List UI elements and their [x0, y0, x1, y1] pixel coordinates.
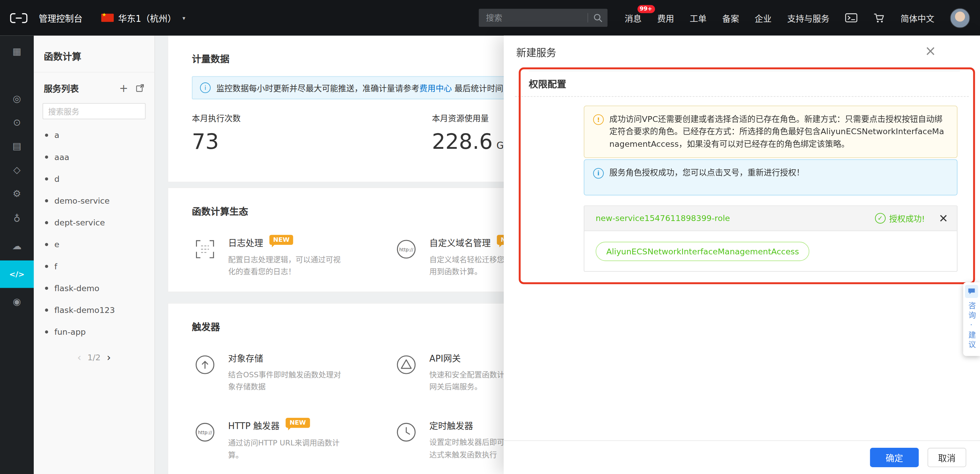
chat-bubble-icon: [965, 285, 978, 298]
console-page: 管理控制台 华东1（杭州） ▾ 消息 99+ 费用 工单 备案 企业 支持与服务: [0, 0, 980, 474]
bullet-icon: [45, 287, 48, 290]
topbar: 管理控制台 华东1（杭州） ▾ 消息 99+ 费用 工单 备案 企业 支持与服务: [0, 0, 980, 36]
http-circle-icon: http://: [192, 419, 218, 445]
next-page-icon[interactable]: ›: [107, 352, 111, 364]
nav-billing[interactable]: 费用: [657, 11, 675, 24]
chevron-down-icon: ▾: [182, 15, 185, 21]
search-product-icon[interactable]: ⊙: [0, 115, 34, 130]
globe-icon[interactable]: ◉: [0, 294, 34, 309]
feedback-label: 咨询·建议: [966, 302, 977, 350]
apps-grid-icon[interactable]: ▦: [0, 44, 34, 59]
warning-icon: !: [593, 114, 604, 125]
info-icon: i: [593, 168, 604, 178]
drawer-title: 新建服务: [516, 44, 556, 59]
svg-text:http://: http://: [198, 430, 212, 436]
prev-page-icon[interactable]: ‹: [77, 352, 81, 364]
bullet-icon: [45, 330, 48, 333]
collapse-panel-icon[interactable]: [135, 84, 145, 93]
region-selector[interactable]: 华东1（杭州） ▾: [101, 11, 185, 24]
permission-section-title: 权限配置: [529, 77, 566, 90]
global-search: [479, 9, 607, 27]
bullet-icon: [45, 265, 48, 268]
service-role-box: new-service1547611898399-role ✓ 授权成功! ✕ …: [584, 205, 958, 271]
service-list-item[interactable]: flask-demo123: [34, 299, 154, 321]
cloud-icon[interactable]: ☁: [0, 239, 34, 254]
http-circle-icon: http://: [393, 236, 420, 262]
service-list-item[interactable]: e: [34, 234, 154, 255]
service-list-item[interactable]: aaa: [34, 146, 154, 168]
message-count-badge: 99+: [637, 5, 655, 13]
role-header: new-service1547611898399-role ✓ 授权成功! ✕: [584, 206, 957, 231]
bullet-icon: [45, 221, 48, 224]
service-list-item[interactable]: f: [34, 255, 154, 277]
service-list-item[interactable]: flask-demo: [34, 277, 154, 299]
voice-icon[interactable]: ♁: [0, 211, 34, 226]
nav-tickets[interactable]: 工单: [690, 11, 707, 24]
confirm-button[interactable]: 确定: [870, 448, 919, 467]
service-list-item[interactable]: a: [34, 124, 154, 146]
function-compute-icon[interactable]: </>: [0, 260, 34, 288]
service-list-label: 服务列表: [44, 82, 119, 94]
region-label: 华东1（杭州）: [118, 11, 176, 24]
cancel-button[interactable]: 取消: [928, 448, 966, 467]
feature-log-processing[interactable]: 日志处理NEW 配置日志处理逻辑，可以通过可视 化的查看您的日志！: [192, 236, 393, 278]
cart-icon[interactable]: [873, 12, 885, 24]
authorization-success-info: i 服务角色授权成功，您可以点击叉号，重新进行授权！: [584, 159, 958, 195]
trigger-oss[interactable]: 对象存储 结合OSS事件即时触发函数处理对 象存储数据: [192, 352, 393, 393]
language-switcher[interactable]: 简体中文: [900, 11, 934, 24]
topbar-nav: 消息 99+ 费用 工单 备案 企业 支持与服务 简体中文: [625, 8, 970, 28]
remove-role-icon[interactable]: ✕: [939, 213, 948, 224]
service-sidebar: 函数计算 服务列表 + a aaa d demo-service dept-se…: [34, 36, 155, 474]
search-icon[interactable]: [593, 13, 603, 23]
role-name-link[interactable]: new-service1547611898399-role: [596, 214, 875, 223]
close-icon[interactable]: ×: [925, 44, 936, 58]
service-list: a aaa d demo-service dept-service e f fl…: [34, 124, 154, 343]
role-body: AliyunECSNetworkInterfaceManagementAcces…: [584, 231, 957, 261]
authorization-status: ✓ 授权成功!: [875, 212, 925, 224]
service-list-item[interactable]: fun-app: [34, 321, 154, 343]
avatar[interactable]: [950, 8, 970, 28]
add-service-icon[interactable]: +: [119, 83, 128, 93]
drawer-header: 新建服务: [504, 36, 980, 68]
global-search-input[interactable]: [485, 13, 582, 23]
divider: [529, 70, 960, 71]
service-search: [34, 100, 154, 124]
bullet-icon: [45, 178, 48, 181]
log-brackets-icon: [192, 236, 218, 262]
feedback-widget[interactable]: 咨询·建议: [963, 282, 980, 356]
dashed-divider: [515, 96, 969, 97]
console-home-link[interactable]: 管理控制台: [39, 11, 83, 24]
bullet-icon: [45, 243, 48, 246]
security-icon[interactable]: ◇: [0, 162, 34, 178]
nav-icp-filing[interactable]: 备案: [722, 11, 739, 24]
info-icon: i: [200, 82, 211, 93]
pagination: ‹ 1/2 ›: [34, 352, 154, 364]
service-list-item[interactable]: demo-service: [34, 190, 154, 212]
service-list-item[interactable]: dept-service: [34, 212, 154, 234]
policy-tag: AliyunECSNetworkInterfaceManagementAcces…: [596, 242, 810, 261]
drawer-footer: 确定 取消: [504, 440, 980, 474]
monitor-icon[interactable]: ◎: [0, 91, 34, 106]
billing-center-link[interactable]: 费用中心: [420, 84, 452, 93]
china-flag-icon: [101, 14, 114, 22]
trigger-http[interactable]: http:// HTTP 触发器NEW 通过访问HTTP URL来调用函数计 算…: [192, 419, 393, 461]
nav-messages[interactable]: 消息 99+: [625, 11, 642, 24]
cloudshell-icon[interactable]: [845, 13, 858, 23]
check-circle-icon: ✓: [875, 213, 885, 224]
service-search-input[interactable]: [43, 103, 146, 119]
new-service-drawer: 新建服务 × 权限配置 ! 成功访问VPC还需要创建或者选择合适的已存在角色。新…: [504, 36, 980, 474]
service-list-item[interactable]: d: [34, 168, 154, 190]
aliyun-logo-icon[interactable]: [10, 12, 27, 24]
stat-invocations: 本月执行次数 73: [192, 112, 432, 154]
vpc-role-warning: ! 成功访问VPC还需要创建或者选择合适的已存在角色。新建方式：只需要点击授权按…: [584, 106, 958, 159]
bullet-icon: [45, 134, 48, 137]
settings-icon[interactable]: ⚙: [0, 186, 34, 201]
nav-support[interactable]: 支持与服务: [787, 11, 829, 24]
service-list-header: 服务列表 +: [34, 73, 154, 101]
product-title: 函数计算: [34, 36, 154, 73]
notice-text: 监控数据每小时更新并尽最大可能推送，准确计量请参考: [216, 84, 420, 93]
nav-enterprise[interactable]: 企业: [755, 11, 772, 24]
bullet-icon: [45, 309, 48, 312]
page-indicator: 1/2: [88, 353, 100, 362]
instances-icon[interactable]: ▤: [0, 139, 34, 154]
